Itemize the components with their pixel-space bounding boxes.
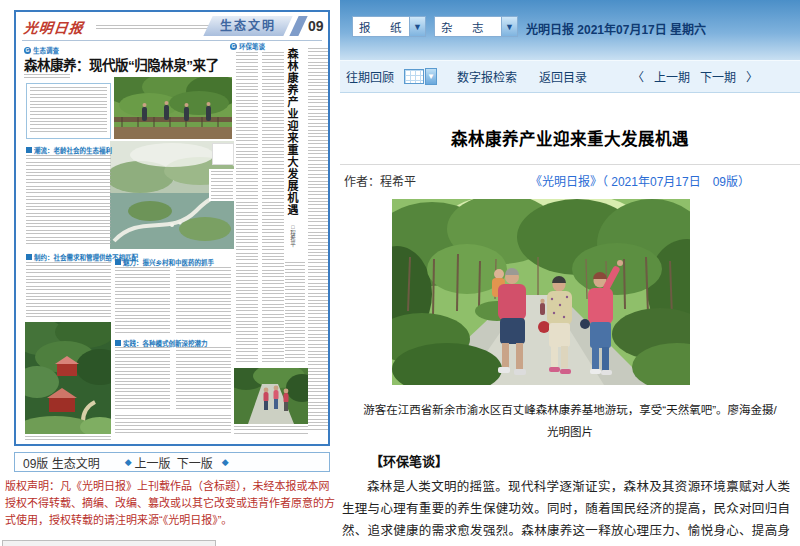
text-lines-placeholder <box>25 436 111 443</box>
text-lines-placeholder <box>308 48 328 432</box>
next-bracket-icon: 〉 <box>746 68 758 85</box>
issue-date-label: 光明日报 2021年07月17日 星期六 <box>526 20 706 37</box>
text-lines-placeholder <box>176 347 231 411</box>
toolbar: 往期回顾 ▼ 数字报检索 返回目录 〈 上一期 下一期 〉 <box>340 60 800 93</box>
dropdown-arrow-icon[interactable]: ▼ <box>409 17 425 36</box>
newspaper-page-image[interactable]: 光明日报 生态文明 09 G 生态调查 G 环保笔谈 森林康养：现代版“归隐林泉… <box>14 10 330 446</box>
title-divider <box>340 164 800 165</box>
article-photo-forest-family <box>392 199 690 385</box>
text-lines-placeholder <box>234 426 308 434</box>
bullet-square-icon <box>115 259 121 265</box>
prev-issue-link[interactable]: 上一期 <box>654 68 690 85</box>
text-lines-placeholder <box>115 347 170 411</box>
dropdown-arrow-icon[interactable]: ▼ <box>501 17 517 36</box>
back-to-contents-link[interactable]: 返回目录 <box>539 68 587 85</box>
magazine-select[interactable]: 杂 志 ▼ <box>434 16 518 37</box>
text-lines-placeholder <box>176 267 231 333</box>
bullet-square-icon <box>26 254 32 260</box>
thumb-photo-forest-walkers <box>234 368 308 424</box>
masthead-meta-textlines <box>96 25 222 30</box>
masthead-slash-decoration <box>289 16 307 36</box>
prev-page-link[interactable]: 上一版 <box>135 454 171 471</box>
photo-caption-textlines <box>209 169 235 201</box>
text-lines-placeholder <box>262 52 284 362</box>
text-lines-placeholder <box>115 267 170 333</box>
article-body: 森林是人类文明的摇篮。现代科学逐渐证实，森林及其资源环境禀赋对人类生理与心理有重… <box>342 476 790 546</box>
bullet-square-icon <box>115 340 121 346</box>
digital-search-link[interactable]: 数字报检索 <box>457 68 517 85</box>
panel-header: 报 纸 ▼ 杂 志 ▼ 光明日报 2021年07月17日 星期六 <box>340 0 800 60</box>
text-lines-placeholder <box>285 262 305 362</box>
paper-vertical-headline[interactable]: 森林康养产业迎来重大发展机遇 <box>284 48 300 220</box>
guangming-g-icon: G <box>24 47 31 54</box>
issue-navigation: 〈 上一期 下一期 〉 <box>632 68 758 85</box>
bottom-partial-bar <box>2 540 216 546</box>
text-lines-placeholder <box>26 155 111 247</box>
article-author: 作者：程希平 <box>344 172 416 189</box>
diamond-icon: ◆ <box>125 457 132 467</box>
byline-row: 作者：程希平 《光明日报》（ 2021年07月17日 09版） <box>340 172 800 189</box>
bullet-square-icon <box>26 147 32 153</box>
diamond-icon: ◆ <box>222 457 229 467</box>
thumb-photo-forest-cabins <box>25 322 111 434</box>
text-lines-placeholder <box>24 74 70 78</box>
guangming-g-icon: G <box>230 43 237 50</box>
intro-paragraph-box <box>26 83 111 139</box>
digital-newspaper-app: 光明日报 生态文明 09 G 生态调查 G 环保笔谈 森林康养：现代版“归隐林泉… <box>0 0 800 546</box>
calendar-dropdown-arrow-icon[interactable]: ▼ <box>425 68 437 85</box>
page-navigation-bar: 09版 生态文明 ◆ 上一版 下一版 ◆ <box>14 452 330 472</box>
section-label: 生态文明 <box>203 16 292 36</box>
date-picker[interactable]: ▼ <box>404 68 437 85</box>
column-tag-eco-notes: G 环保笔谈 <box>230 41 265 51</box>
prev-bracket-icon: 〈 <box>632 68 644 85</box>
next-issue-link[interactable]: 下一期 <box>700 68 736 85</box>
text-lines-placeholder <box>211 171 233 199</box>
back-issues-link[interactable]: 往期回顾 <box>346 68 394 85</box>
paper-subhead-3: 魅力：振兴乡村和中医药的抓手 <box>115 257 214 267</box>
text-lines-placeholder <box>30 87 107 135</box>
article-source-link[interactable]: 《光明日报》（ 2021年07月17日 09版） <box>530 172 750 189</box>
paper-subhead-1: 潮流：老龄社会的生态福利 <box>26 145 112 155</box>
text-lines-placeholder <box>236 52 258 362</box>
newspaper-select[interactable]: 报 纸 ▼ <box>352 16 426 37</box>
qr-code <box>212 143 234 165</box>
article-panel: 报 纸 ▼ 杂 志 ▼ 光明日报 2021年07月17日 星期六 往期回顾 ▼ … <box>340 0 800 546</box>
page-label: 09版 生态文明 <box>23 454 100 471</box>
article-title: 森林康养产业迎来重大发展机遇 <box>340 126 800 150</box>
masthead-divider <box>22 40 322 41</box>
paper-brand-logo: 光明日报 <box>23 17 95 35</box>
article-content: 森林康养产业迎来重大发展机遇 作者：程希平 《光明日报》（ 2021年07月17… <box>340 126 800 546</box>
page-thumbnail-panel: 光明日报 生态文明 09 G 生态调查 G 环保笔谈 森林康养：现代版“归隐林泉… <box>0 0 340 546</box>
next-page-link[interactable]: 下一版 <box>177 454 213 471</box>
footnote-textlines <box>115 415 231 435</box>
photo-caption: 游客在江西省新余市渝水区百丈峰森林康养基地游玩，享受“天然氧吧”。廖海金摄/光明… <box>360 399 780 443</box>
paper-vertical-byline: □程希平 <box>289 224 297 247</box>
text-lines-placeholder <box>26 262 111 319</box>
text-columns <box>115 267 231 333</box>
calendar-icon[interactable] <box>404 69 424 84</box>
paper-main-headline[interactable]: 森林康养：现代版“归隐林泉”来了 <box>24 54 234 74</box>
paper-page-number: 09 <box>308 18 324 34</box>
column-tag: 【环保笔谈】 <box>370 451 800 470</box>
copyright-notice: 版权声明：凡《光明日报》上刊载作品（含标题），未经本报或本网授权不得转载、摘编、… <box>5 478 339 529</box>
text-columns <box>115 347 231 411</box>
thumb-photo-bridge <box>114 77 232 139</box>
